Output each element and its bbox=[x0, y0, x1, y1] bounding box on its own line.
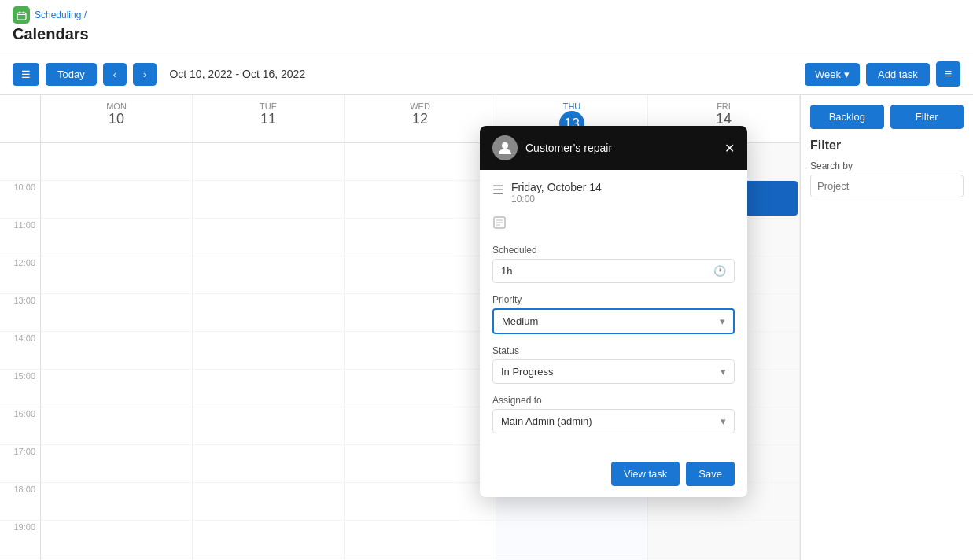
toolbar: ☰ Today ‹ › Oct 10, 2022 - Oct 16, 2022 … bbox=[0, 53, 973, 95]
breadcrumb[interactable]: Scheduling / bbox=[13, 6, 960, 24]
scheduled-value: 1h bbox=[501, 265, 713, 277]
day-header-mon: MON 10 bbox=[41, 95, 193, 142]
day-col-mon bbox=[41, 143, 193, 560]
priority-group: Priority Medium ▾ bbox=[492, 294, 735, 334]
priority-label: Priority bbox=[492, 294, 735, 305]
popup-avatar bbox=[492, 135, 518, 160]
event-popup: Customer's repair ✕ ☰ Friday, October 14… bbox=[480, 126, 747, 497]
assigned-select[interactable]: Main Admin (admin) ▾ bbox=[492, 409, 735, 433]
menu-lines-icon: ☰ bbox=[492, 182, 503, 197]
chevron-down-icon: ▾ bbox=[844, 68, 850, 80]
popup-footer: View task Save bbox=[480, 455, 747, 497]
scheduled-input[interactable]: 1h 🕐 bbox=[492, 259, 735, 283]
day-header-tue: TUE 11 bbox=[193, 95, 345, 142]
scheduled-group: Scheduled 1h 🕐 bbox=[492, 245, 735, 283]
status-group: Status In Progress ▾ bbox=[492, 345, 735, 384]
day-header-wed: WED 12 bbox=[345, 95, 496, 142]
priority-value: Medium bbox=[502, 315, 720, 327]
chevron-down-icon-2: ▾ bbox=[721, 366, 726, 378]
day-col-tue bbox=[193, 143, 345, 560]
add-task-button[interactable]: Add task bbox=[866, 63, 930, 86]
status-select[interactable]: In Progress ▾ bbox=[492, 359, 735, 384]
chevron-down-icon: ▾ bbox=[720, 315, 725, 327]
date-range: Oct 10, 2022 - Oct 16, 2022 bbox=[169, 68, 305, 80]
popup-task-icon-row bbox=[492, 216, 735, 234]
search-by-input[interactable] bbox=[810, 175, 964, 197]
assigned-label: Assigned to bbox=[492, 395, 735, 406]
today-button[interactable]: Today bbox=[46, 63, 97, 86]
chevron-down-icon-3: ▾ bbox=[721, 415, 726, 427]
menu-button[interactable]: ☰ bbox=[13, 63, 39, 86]
search-by-label: Search by bbox=[810, 160, 964, 171]
scheduling-icon bbox=[13, 6, 30, 24]
popup-title: Customer's repair bbox=[525, 142, 717, 154]
assigned-group: Assigned to Main Admin (admin) ▾ bbox=[492, 395, 735, 433]
svg-rect-0 bbox=[17, 13, 26, 20]
prev-button[interactable]: ‹ bbox=[103, 63, 127, 86]
clock-icon: 🕐 bbox=[713, 265, 726, 277]
status-value: In Progress bbox=[501, 366, 721, 378]
task-icon bbox=[492, 217, 507, 233]
scheduled-label: Scheduled bbox=[492, 245, 735, 256]
week-selector[interactable]: Week ▾ bbox=[805, 63, 860, 86]
filter-title: Filter bbox=[810, 138, 964, 153]
assigned-value: Main Admin (admin) bbox=[501, 415, 721, 427]
priority-select[interactable]: Medium ▾ bbox=[492, 308, 735, 334]
status-label: Status bbox=[492, 345, 735, 356]
app-icon: Scheduling / bbox=[13, 6, 87, 24]
view-task-button[interactable]: View task bbox=[611, 462, 680, 486]
popup-date-row: ☰ Friday, October 14 10:00 bbox=[492, 181, 735, 204]
day-col-wed bbox=[345, 143, 496, 560]
svg-point-4 bbox=[502, 142, 508, 149]
right-panel: Backlog Filter Filter Search by bbox=[800, 95, 973, 560]
popup-body: ☰ Friday, October 14 10:00 Scheduled 1h … bbox=[480, 170, 747, 455]
backlog-button[interactable]: Backlog bbox=[810, 105, 884, 129]
filter-button[interactable]: Filter bbox=[890, 105, 964, 129]
right-panel-buttons: Backlog Filter bbox=[810, 105, 964, 129]
next-button[interactable]: › bbox=[133, 63, 157, 86]
time-column: 10:00 11:00 12:00 13:00 14:00 15:00 16:0… bbox=[0, 143, 41, 560]
page-title: Calendars bbox=[13, 25, 960, 43]
options-button[interactable]: ≡ bbox=[936, 61, 960, 87]
save-button[interactable]: Save bbox=[686, 462, 735, 486]
app-header: Scheduling / Calendars bbox=[0, 0, 973, 53]
popup-time: 10:00 bbox=[511, 193, 602, 204]
popup-header: Customer's repair ✕ bbox=[480, 126, 747, 170]
popup-close-button[interactable]: ✕ bbox=[724, 141, 735, 156]
popup-date: Friday, October 14 bbox=[511, 181, 602, 193]
